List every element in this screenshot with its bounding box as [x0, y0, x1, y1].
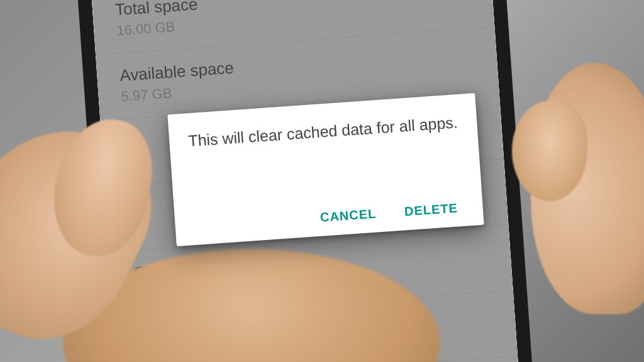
cancel-button[interactable]: CANCEL — [319, 207, 377, 225]
fingers-right — [531, 63, 644, 314]
delete-button[interactable]: DELETE — [404, 201, 458, 219]
clear-cache-dialog: This will clear cached data for all apps… — [167, 93, 484, 246]
